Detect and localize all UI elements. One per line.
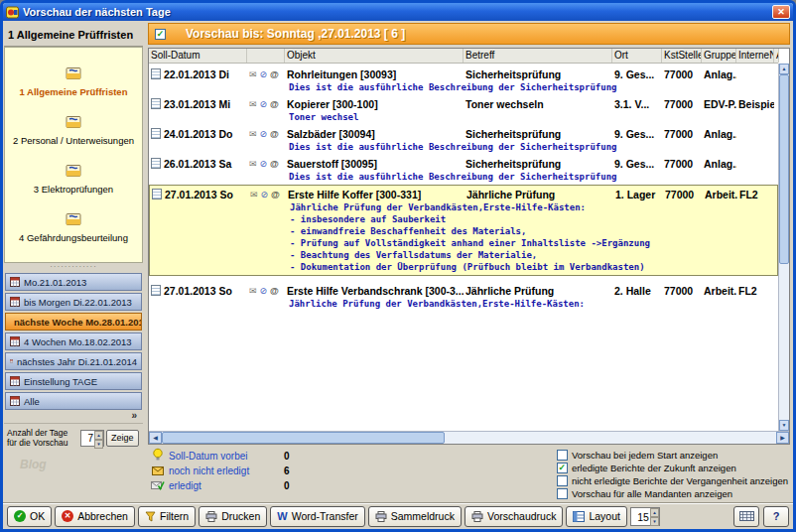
option-show-done-future[interactable]: ✓ erledigte Berichte der Zukunft anzeige… xyxy=(557,463,788,473)
column-soll-datum[interactable]: Soll-Datum xyxy=(149,49,247,63)
header-checkbox[interactable]: ✓ xyxy=(155,29,166,40)
expander-chevron-icon[interactable]: » xyxy=(4,410,143,423)
scroll-right-icon[interactable]: ▶ xyxy=(776,432,789,444)
checkbox[interactable]: ✓ xyxy=(557,475,568,486)
status-circle-icon: ⊘ xyxy=(260,99,268,109)
vertical-scroll-track[interactable] xyxy=(779,74,789,420)
option-all-clients[interactable]: ✓ Vorschau für alle Mandanten anzeigen xyxy=(557,488,788,499)
help-button[interactable]: ? xyxy=(763,506,789,527)
option-show-open-past[interactable]: ✓ nicht erledigte Berichte der Vergangen… xyxy=(557,475,788,486)
range-label: bis Morgen Di.22.01.2013 xyxy=(24,297,132,308)
table-row[interactable]: 23.01.2013 Mi ✉ ⊘ @ Kopierer [300-100] T… xyxy=(149,95,778,125)
stat-value: 0 xyxy=(284,480,290,491)
document-icon xyxy=(151,285,161,296)
toolbar-spinner[interactable]: 15 ▲ ▼ xyxy=(630,507,660,526)
cell-betreff: Jährliche Prüfung xyxy=(464,189,613,200)
vertical-scrollbar[interactable]: ▲ ▼ xyxy=(778,64,789,431)
checkbox[interactable]: ✓ xyxy=(557,488,568,499)
show-button[interactable]: Zeige xyxy=(106,430,139,447)
column-objekt[interactable]: Objekt xyxy=(285,49,464,63)
table-row[interactable]: 27.01.2013 So ✉ ⊘ @ Erste Hilfe Verbands… xyxy=(149,282,778,312)
window-title: Vorschau der nächsten Tage xyxy=(23,6,768,18)
scroll-up-icon[interactable]: ▲ xyxy=(779,64,789,74)
spinner-up-icon[interactable]: ▲ xyxy=(650,508,659,517)
range-button-all[interactable]: Alle xyxy=(5,392,142,410)
horizontal-scroll-track[interactable] xyxy=(162,432,776,444)
preview-print-button[interactable]: Vorschaudruck xyxy=(464,506,563,527)
column-icons[interactable] xyxy=(247,49,285,63)
range-button-tomorrow[interactable]: bis Morgen Di.22.01.2013 xyxy=(5,293,142,311)
row-description: Jährliche Prüfung der Verbandkästen,Erst… xyxy=(150,201,777,213)
attachment-icon: @ xyxy=(270,69,279,79)
sidebar-item-personal[interactable]: 2 Personal / Unterweisungen xyxy=(6,114,141,147)
close-icon[interactable]: ✕ xyxy=(772,5,790,19)
title-bar[interactable]: Vorschau der nächsten Tage ✕ xyxy=(3,3,793,21)
cell-kststelle: 77000 xyxy=(663,189,703,200)
splitter-handle[interactable]: ············· xyxy=(4,263,143,273)
table-row-selected[interactable]: 27.01.2013 So ✉ ⊘ @ Erste Hilfe Koffer [… xyxy=(149,185,778,276)
attachment-icon: @ xyxy=(270,129,279,139)
spinner-down-icon[interactable]: ▼ xyxy=(94,440,103,449)
column-kststelle[interactable]: KstStelle xyxy=(662,49,702,63)
calendar-icon xyxy=(10,376,20,386)
column-a[interactable]: A xyxy=(774,49,779,63)
column-betreff[interactable]: Betreff xyxy=(464,49,612,63)
table-row[interactable]: 26.01.2013 Sa ✉ ⊘ @ Sauerstoff [30095] S… xyxy=(149,155,778,185)
cell-gruppe: Anlag... xyxy=(702,68,736,80)
table-row[interactable]: 22.01.2013 Di ✉ ⊘ @ Rohrleitungen [30093… xyxy=(149,66,778,95)
column-gruppe[interactable]: Gruppe xyxy=(702,49,736,63)
cell-ort: 9. Ges... xyxy=(612,128,662,140)
calendar-icon xyxy=(10,356,13,366)
batch-print-button[interactable]: Sammeldruck xyxy=(368,506,462,527)
layout-icon xyxy=(573,511,585,522)
cell-objekt: Salzbäder [30094] xyxy=(285,128,464,140)
cell-gruppe: Anlag... xyxy=(702,128,736,140)
results-table: Soll-Datum Objekt Betreff Ort KstStelle … xyxy=(148,48,790,445)
spinner-down-icon[interactable]: ▼ xyxy=(650,517,659,526)
sidebar-item-gefaehrdung[interactable]: 4 Gefährdungsbeurteilung xyxy=(6,211,141,244)
days-spinner[interactable]: 7 ▲ ▼ xyxy=(80,430,104,447)
status-circle-icon: ⊘ xyxy=(260,286,268,296)
x-circle-icon: ✕ xyxy=(62,510,73,522)
checkbox[interactable]: ✓ xyxy=(557,450,568,461)
row-description: Dies ist die ausführliche Beschreibung d… xyxy=(149,81,778,93)
status-circle-icon: ⊘ xyxy=(260,129,268,139)
cell-kststelle: 77000 xyxy=(662,285,702,297)
layout-button[interactable]: Layout xyxy=(566,506,627,527)
scroll-left-icon[interactable]: ◀ xyxy=(149,432,162,444)
sidebar-item-label: 3 Elektroprüfungen xyxy=(8,184,139,195)
keyboard-button[interactable] xyxy=(733,506,759,527)
horizontal-scroll-thumb[interactable] xyxy=(162,432,445,444)
range-buttons: Mo.21.01.2013 bis Morgen Di.22.01.2013 n… xyxy=(4,273,143,410)
column-internenr[interactable]: InterneNr xyxy=(736,49,774,63)
days-value: 7 xyxy=(81,431,94,446)
cell-objekt: Rohrleitungen [30093] xyxy=(285,68,464,80)
spinner-up-icon[interactable]: ▲ xyxy=(94,431,103,440)
word-transfer-button[interactable]: W Word-Transfer xyxy=(270,506,365,527)
stat-done: erledigt 0 xyxy=(150,478,290,492)
filter-button[interactable]: Filtern xyxy=(138,506,196,527)
column-ort[interactable]: Ort xyxy=(612,49,662,63)
range-button-4-weeks[interactable]: 4 Wochen Mo.18.02.2013 xyxy=(5,332,142,350)
range-button-settings-days[interactable]: Einstellung TAGE xyxy=(5,372,142,390)
sidebar-item-elektro[interactable]: 3 Elektroprüfungen xyxy=(6,163,141,196)
horizontal-scrollbar[interactable]: ◀ ▶ xyxy=(149,431,789,444)
range-button-next-year[interactable]: nächstes Jahr Di.21.01.2014 xyxy=(5,352,142,370)
ok-button[interactable]: ✓ OK xyxy=(7,506,52,527)
cell-soll-datum: 27.01.2013 So xyxy=(149,285,247,297)
bottom-toolbar: ✓ OK ✕ Abbrechen Filtern Drucken W Word-… xyxy=(3,502,793,529)
range-button-next-week[interactable]: nächste Woche Mo.28.01.2013 xyxy=(5,313,142,331)
cell-betreff: Sicherheitsprüfung xyxy=(464,158,612,170)
table-row[interactable]: 24.01.2013 Do ✉ ⊘ @ Salzbäder [30094] Si… xyxy=(149,125,778,155)
sidebar-item-pruffristen[interactable]: 1 Allgemeine Prüffristen xyxy=(6,66,141,98)
scroll-down-icon[interactable]: ▼ xyxy=(779,420,789,431)
print-icon: ✉ xyxy=(249,129,257,139)
row-description: - insbesondere auf Sauberkeit xyxy=(150,213,777,225)
range-button-today[interactable]: Mo.21.01.2013 xyxy=(5,273,142,291)
option-show-on-start[interactable]: ✓ Vorschau bei jedem Start anzeigen xyxy=(557,450,788,461)
cancel-button[interactable]: ✕ Abbrechen xyxy=(55,506,135,527)
cell-kststelle: 77000 xyxy=(662,128,702,140)
checkbox[interactable]: ✓ xyxy=(557,463,568,473)
vertical-scroll-thumb[interactable] xyxy=(779,74,789,264)
print-button[interactable]: Drucken xyxy=(199,506,267,527)
